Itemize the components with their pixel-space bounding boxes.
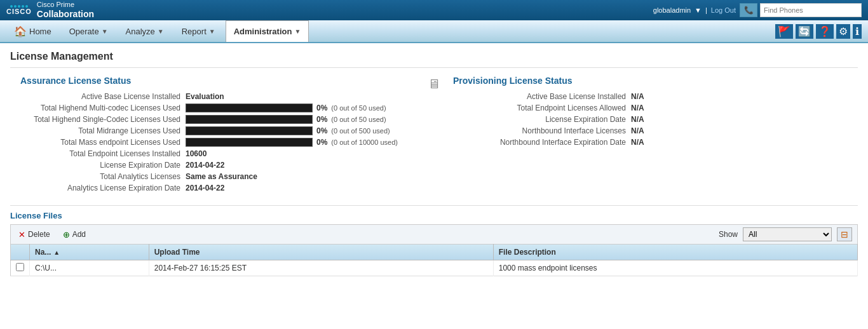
- nav-analyze[interactable]: Analyze ▼: [118, 20, 172, 42]
- row-upload-time: 2014-Feb-27 16:15:25 EST: [149, 260, 493, 276]
- analyze-arrow: ▼: [158, 28, 164, 35]
- cisco-text: CISCO: [6, 8, 32, 15]
- filter-icon-btn[interactable]: ⊟: [837, 227, 852, 241]
- assurance-row-0: Active Base License Installed Evaluation: [20, 92, 415, 101]
- row-name: C:\U...: [30, 260, 149, 276]
- assurance-row-2: Total Highend Single-Codec Licenses Used…: [20, 115, 415, 124]
- top-bar-right: globaladmin ▼ | Log Out 📞: [653, 3, 862, 17]
- find-phones-wrapper: 📞: [740, 3, 862, 17]
- prov-row-0: Active Base License Installed N/A: [453, 92, 848, 101]
- refresh-icon[interactable]: 🔄: [796, 24, 813, 39]
- progress-bar-3: [186, 138, 313, 147]
- col-file-description[interactable]: File Description: [493, 245, 857, 260]
- assurance-row-4: Total Mass endpoint Licenses Used 0% (0 …: [20, 138, 415, 147]
- separator: |: [705, 6, 707, 14]
- prov-row-1: Total Endpoint Licenses Allowed N/A: [453, 104, 848, 112]
- operate-arrow: ▼: [102, 28, 108, 35]
- sort-arrow-name: ▲: [53, 249, 60, 256]
- nav-home[interactable]: 🏠 Home: [6, 20, 59, 42]
- license-files-section: License Files ✕ Delete ⊕ Add Show All Ac…: [10, 205, 858, 276]
- find-phones-input[interactable]: [760, 3, 862, 17]
- info-icon[interactable]: ℹ: [853, 24, 862, 39]
- provisioning-title: Provisioning License Status: [453, 76, 573, 86]
- table-header-row: Na... ▲ Upload Time File Description: [11, 245, 858, 260]
- nav-administration[interactable]: Administration ▼: [226, 20, 309, 42]
- license-sections: Assurance License Status Active Base Lic…: [10, 76, 858, 195]
- username[interactable]: globaladmin: [653, 6, 691, 14]
- filter-icon: ⊟: [841, 229, 848, 239]
- assurance-title: Assurance License Status: [20, 76, 131, 86]
- phone-icon-btn[interactable]: 📞: [740, 3, 757, 17]
- progress-bar-2: [186, 126, 313, 135]
- table-row: C:\U... 2014-Feb-27 16:15:25 EST 1000 ma…: [11, 260, 858, 276]
- prov-row-4: Northbound Interface Expiration Date N/A: [453, 138, 848, 147]
- toolbar: ✕ Delete ⊕ Add Show All Active Inactive …: [10, 224, 858, 244]
- nav-operate[interactable]: Operate ▼: [62, 20, 116, 42]
- report-arrow: ▼: [209, 28, 215, 35]
- page-title: License Management: [10, 51, 858, 68]
- delete-icon: ✕: [18, 230, 25, 239]
- toolbar-right: Show All Active Inactive ⊟: [719, 227, 852, 241]
- toolbar-left: ✕ Delete ⊕ Add: [16, 229, 88, 241]
- nav-bar: 🏠 Home Operate ▼ Analyze ▼ Report ▼ Admi…: [0, 20, 868, 43]
- admin-arrow: ▼: [294, 28, 301, 35]
- add-button[interactable]: ⊕ Add: [60, 229, 88, 241]
- logout-link[interactable]: Log Out: [711, 6, 736, 14]
- progress-bar-0: [186, 104, 313, 112]
- top-bar: CISCO Cisco Prime Collaboration globalad…: [0, 0, 868, 20]
- settings-icon[interactable]: ⚙: [836, 24, 850, 39]
- home-icon: 🏠: [14, 25, 27, 37]
- monitor-icon: 🖥: [428, 77, 440, 91]
- nav-report[interactable]: Report ▼: [174, 20, 223, 42]
- checkbox-col-header: [11, 245, 30, 260]
- content-area: License Management Assurance License Sta…: [0, 43, 868, 284]
- license-files-title: License Files: [10, 211, 858, 220]
- assurance-row-7: Total Analytics Licenses Same as Assuran…: [20, 172, 415, 181]
- assurance-row-1: Total Highend Multi-codec Licenses Used …: [20, 104, 415, 112]
- top-icons: 🚩 🔄 ❓ ⚙ ℹ: [775, 24, 862, 39]
- help-icon[interactable]: ❓: [816, 24, 834, 39]
- cisco-logo: CISCO: [6, 5, 32, 15]
- user-dropdown-arrow[interactable]: ▼: [695, 6, 702, 14]
- provisioning-header: Provisioning License Status: [453, 76, 848, 86]
- row-checkbox-cell[interactable]: [11, 260, 30, 276]
- assurance-row-8: Analytics License Expiration Date 2014-0…: [20, 184, 415, 192]
- logo-area: CISCO Cisco Prime Collaboration: [6, 1, 94, 20]
- provisioning-section: Provisioning License Status Active Base …: [443, 76, 858, 195]
- add-icon: ⊕: [63, 230, 70, 239]
- delete-button[interactable]: ✕ Delete: [16, 229, 53, 241]
- assurance-row-6: License Expiration Date 2014-04-22: [20, 161, 415, 170]
- row-checkbox[interactable]: [16, 263, 24, 271]
- progress-bar-1: [186, 115, 313, 124]
- assurance-section: Assurance License Status Active Base Lic…: [10, 76, 425, 195]
- show-label: Show: [719, 230, 738, 239]
- prov-row-3: Northbound Interface Licenses N/A: [453, 126, 848, 135]
- assurance-header: Assurance License Status: [20, 76, 415, 86]
- row-file-description: 1000 mass endpoint licenses: [493, 260, 857, 276]
- prov-row-2: License Expiration Date N/A: [453, 115, 848, 124]
- license-files-table: Na... ▲ Upload Time File Description: [10, 244, 858, 276]
- show-select[interactable]: All Active Inactive: [743, 227, 832, 241]
- assurance-row-5: Total Endpoint Licenses Installed 10600: [20, 149, 415, 158]
- col-upload-time[interactable]: Upload Time: [149, 245, 493, 260]
- assurance-row-3: Total Midrange Licenses Used 0% (0 out o…: [20, 126, 415, 135]
- col-name[interactable]: Na... ▲: [30, 245, 149, 260]
- section-divider-icon: 🖥: [425, 76, 443, 195]
- flag-icon[interactable]: 🚩: [775, 24, 793, 39]
- app-title: Cisco Prime Collaboration: [37, 1, 94, 20]
